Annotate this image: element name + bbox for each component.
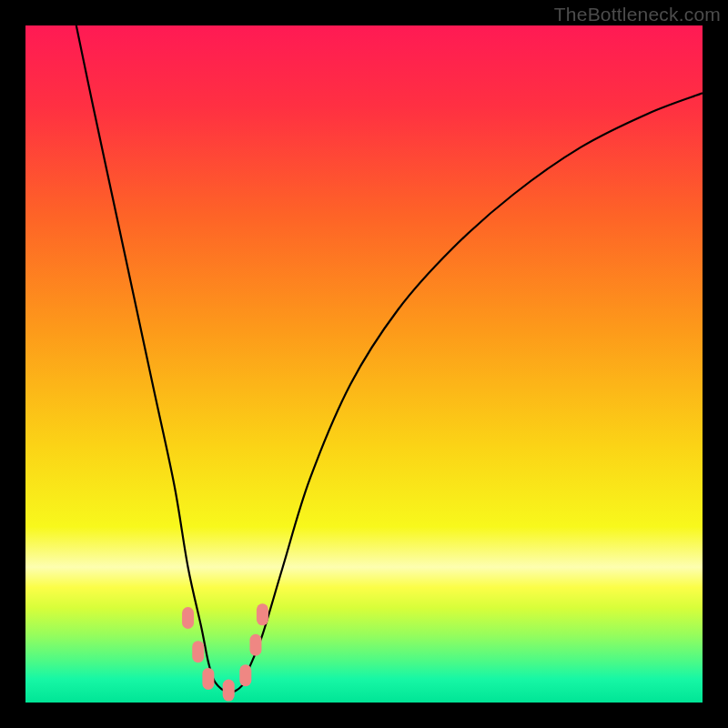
bottleneck-chart: [25, 25, 703, 703]
valley-marker: [239, 664, 251, 686]
valley-marker: [192, 641, 204, 662]
valley-marker: [249, 634, 261, 656]
valley-marker: [257, 603, 268, 625]
valley-marker: [202, 668, 214, 690]
valley-marker: [223, 680, 235, 702]
valley-marker: [182, 607, 194, 629]
watermark-text: TheBottleneck.com: [554, 4, 721, 25]
gradient-background: [25, 25, 703, 703]
chart-frame: [25, 25, 703, 703]
